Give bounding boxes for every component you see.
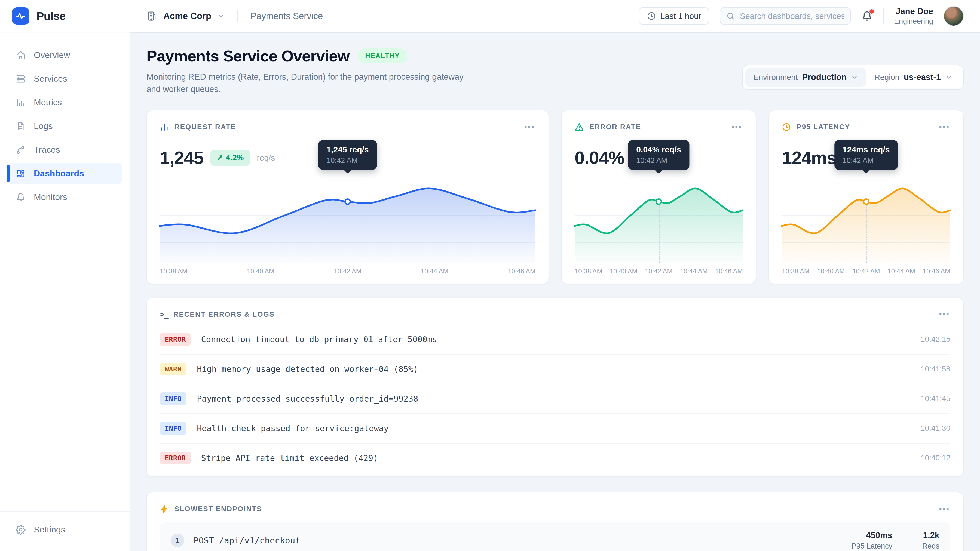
level-badge: ERROR	[160, 452, 191, 464]
sidebar-item-label: Dashboards	[34, 168, 84, 178]
user-meta: Jane Doe Engineering	[894, 6, 933, 26]
card-title: RECENT ERRORS & LOGS	[173, 310, 275, 319]
app-root: Pulse Overview Services Metrics Logs Tra…	[0, 0, 980, 551]
time-range-button[interactable]: Last 1 hour	[639, 7, 710, 25]
region-select[interactable]: Region us-east-1	[866, 68, 960, 87]
bar-chart-icon	[160, 122, 169, 132]
user-name: Jane Doe	[894, 6, 933, 17]
request-rate-card: REQUEST RATE ⋯ 1,245 ↗4.2% req/s	[146, 110, 549, 284]
cursor-marker	[344, 198, 351, 205]
sidebar-nav: Overview Services Metrics Logs Traces Da…	[0, 33, 130, 208]
level-badge: INFO	[160, 392, 186, 405]
sidebar-item-logs[interactable]: Logs	[7, 116, 123, 137]
cursor-marker	[655, 198, 662, 205]
user-divider	[883, 8, 884, 24]
x-axis: 10:38 AM10:40 AM10:42 AM10:44 AM10:46 AM	[160, 267, 535, 277]
card-menu-button[interactable]: ⋯	[939, 124, 950, 130]
home-icon	[16, 50, 25, 60]
chevron-down-icon	[945, 74, 952, 81]
rank-badge: 1	[171, 534, 184, 547]
bar-chart-icon	[16, 98, 25, 108]
status-badge: HEALTHY	[358, 48, 407, 64]
error-rate-chart[interactable]: 0.04% req/s 10:42 AM	[575, 178, 743, 263]
filters: Environment Production Region us-east-1	[742, 65, 964, 90]
region-label: Region	[874, 73, 899, 82]
main-content: Payments Service Overview HEALTHY Monito…	[130, 33, 980, 551]
log-time: 10:41:58	[921, 365, 950, 373]
card-menu-button[interactable]: ⋯	[939, 507, 950, 512]
org-selector[interactable]: Acme Corp	[146, 11, 225, 22]
topbar: Acme Corp Payments Service Last 1 hour	[130, 0, 980, 33]
log-row[interactable]: WARN High memory usage detected on worke…	[160, 354, 950, 384]
metric-unit: req/s	[257, 153, 275, 162]
page-head-left: Payments Service Overview HEALTHY Monito…	[146, 47, 479, 95]
p95-latency-card: P95 LATENCY ⋯ 124ms ↗1	[768, 110, 964, 284]
notifications-button[interactable]	[861, 10, 873, 22]
log-message: Stripe API rate limit exceeded (429)	[201, 453, 921, 463]
log-row[interactable]: ERROR Connection timeout to db-primary-0…	[160, 325, 950, 354]
sidebar-item-monitors[interactable]: Monitors	[7, 187, 123, 208]
breadcrumb-divider	[237, 10, 238, 22]
sidebar-item-label: Traces	[34, 145, 60, 155]
sidebar-item-overview[interactable]: Overview	[7, 44, 123, 65]
metric-value: 0.04%	[575, 148, 624, 168]
cursor-line	[348, 202, 348, 263]
sidebar-item-label: Metrics	[34, 97, 62, 108]
environment-value: Production	[802, 72, 846, 82]
recent-errors-logs-card: >_ RECENT ERRORS & LOGS ⋯ ERROR Connecti…	[146, 298, 964, 477]
chart-tooltip: 1,245 req/s 10:42 AM	[318, 140, 377, 170]
user-team: Engineering	[894, 17, 933, 26]
org-name: Acme Corp	[163, 11, 211, 21]
log-time: 10:41:45	[921, 394, 950, 403]
sidebar-item-label: Settings	[34, 525, 65, 535]
sidebar-item-label: Logs	[34, 121, 52, 131]
avatar[interactable]	[943, 6, 964, 26]
sidebar-item-settings[interactable]: Settings	[7, 519, 123, 540]
request-rate-chart[interactable]: 1,245 req/s 10:42 AM	[160, 178, 535, 263]
trend-up-icon: ↗	[216, 153, 223, 162]
card-title: SLOWEST ENDPOINTS	[175, 505, 262, 513]
card-menu-button[interactable]: ⋯	[524, 124, 535, 130]
app-name: Pulse	[37, 10, 65, 22]
sidebar-item-label: Overview	[34, 50, 70, 60]
log-message: Connection timeout to db-primary-01 afte…	[201, 335, 921, 344]
page-subtitle: Monitoring RED metrics (Rate, Errors, Du…	[146, 71, 479, 95]
alert-triangle-icon	[575, 122, 584, 132]
log-time: 10:42:15	[921, 335, 950, 344]
app-logo: Pulse	[0, 0, 130, 33]
endpoint-metrics: 450ms P95 Latency 1.2k Reqs	[851, 530, 939, 551]
sidebar-item-traces[interactable]: Traces	[7, 139, 123, 160]
sidebar-item-services[interactable]: Services	[7, 68, 123, 89]
environment-select[interactable]: Environment Production	[745, 68, 866, 87]
chart-tooltip: 0.04% req/s 10:42 AM	[628, 140, 689, 170]
notification-dot	[869, 9, 874, 14]
search-icon	[726, 12, 735, 21]
pulse-logo-icon	[12, 7, 29, 25]
breadcrumb-page: Payments Service	[250, 11, 323, 21]
sidebar-item-metrics[interactable]: Metrics	[7, 92, 123, 113]
card-menu-button[interactable]: ⋯	[731, 124, 743, 130]
p95-latency-chart[interactable]: 124ms req/s 10:42 AM	[782, 178, 950, 263]
log-row[interactable]: INFO Payment processed successfully orde…	[160, 384, 950, 413]
server-icon	[16, 74, 25, 84]
level-badge: WARN	[160, 363, 186, 375]
endpoint-path: POST /api/v1/checkout	[194, 535, 300, 545]
cursor-line	[866, 202, 867, 263]
log-row[interactable]: INFO Health check passed for service:gat…	[160, 413, 950, 443]
sidebar-item-dashboards[interactable]: Dashboards	[7, 163, 123, 184]
card-menu-button[interactable]: ⋯	[939, 311, 950, 317]
log-row[interactable]: ERROR Stripe API rate limit exceeded (42…	[160, 443, 950, 473]
x-axis: 10:38 AM10:40 AM10:42 AM10:44 AM10:46 AM	[782, 267, 950, 277]
delta-badge: ↗4.2%	[210, 150, 250, 166]
sidebar-item-label: Services	[34, 74, 67, 84]
card-title: P95 LATENCY	[797, 123, 850, 131]
gear-icon	[16, 525, 25, 535]
page-title: Payments Service Overview	[146, 47, 350, 65]
error-rate-card: ERROR RATE ⋯ 0.04% ↘	[561, 110, 756, 284]
search-input[interactable]	[720, 7, 851, 25]
metric-value: 1,245	[160, 148, 204, 168]
x-axis: 10:38 AM10:40 AM10:42 AM10:44 AM10:46 AM	[575, 267, 743, 277]
level-badge: ERROR	[160, 333, 191, 346]
log-list: ERROR Connection timeout to db-primary-0…	[160, 325, 950, 473]
endpoint-row[interactable]: 1 POST /api/v1/checkout 450ms P95 Latenc…	[160, 522, 950, 551]
